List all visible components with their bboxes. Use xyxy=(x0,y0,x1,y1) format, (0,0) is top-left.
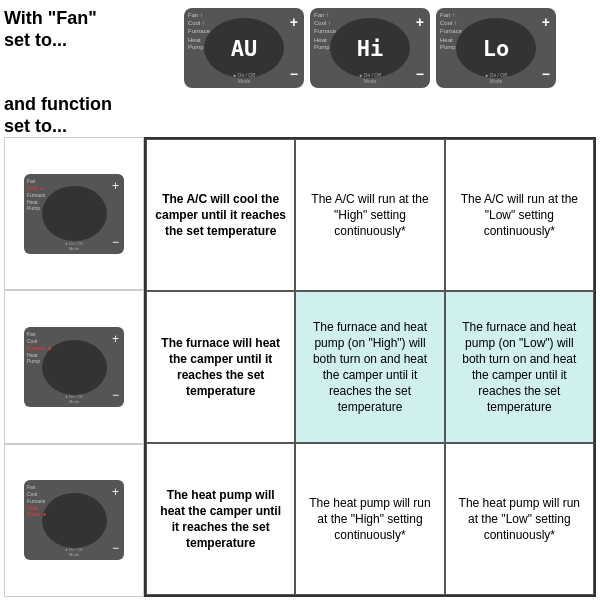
mini-hp-heatpump: HeatPump ◄ xyxy=(27,505,46,517)
mini-minus-cool[interactable]: − xyxy=(112,235,119,249)
thermostat-lo-minus[interactable]: − xyxy=(542,66,550,82)
mini-labels-heatpump: Fan Cool Furnace HeatPump ◄ xyxy=(27,484,46,517)
function-row: and function set to... xyxy=(0,92,600,137)
mini-hp-cool: HeatPump xyxy=(27,199,45,211)
page-container: With "Fan" set to... Fan ↑ Cool ↑ Furnac… xyxy=(0,0,600,601)
mini-plus-cool[interactable]: + xyxy=(112,179,119,193)
thermostat-lo: Fan ↑ Cool ↑ Furnace ↑ HeatPump ↑ Lo + −… xyxy=(436,8,556,88)
thermostat-hi-display: Hi xyxy=(357,36,384,61)
label-fan-hi: Fan ↑ xyxy=(314,12,341,19)
grid-cell-r2-c0: The heat pump will heat the camper until… xyxy=(146,443,295,595)
label-fan-lo: Fan ↑ xyxy=(440,12,467,19)
right-grid: The A/C will cool the camper until it re… xyxy=(144,137,596,597)
header-row: With "Fan" set to... Fan ↑ Cool ↑ Furnac… xyxy=(0,0,600,92)
thermostat-au-display: AU xyxy=(231,36,258,61)
mini-fan-furnace: Fan xyxy=(27,331,52,337)
mini-minus-furnace[interactable]: − xyxy=(112,388,119,402)
thermostat-lo-display: Lo xyxy=(483,36,510,61)
mini-inner-heatpump xyxy=(42,493,107,548)
label-fan: Fan ↑ xyxy=(188,12,215,19)
thermostat-lo-bottom: ● On / OffMode xyxy=(485,72,507,84)
header-title: With "Fan" set to... xyxy=(4,8,144,51)
mini-thermostat-cool: Fan Cool ◄ Furnace HeatPump + − ● On / O… xyxy=(24,174,124,254)
grid-cell-r2-c1: The heat pump will run at the "High" set… xyxy=(295,443,444,595)
function-title: and function set to... xyxy=(4,92,144,137)
thermostat-au-inner: AU xyxy=(204,18,284,78)
mini-furnace-cool: Furnace xyxy=(27,192,45,198)
thermostat-au-bottom: ● On / OffMode xyxy=(233,72,255,84)
thermostat-lo-plus[interactable]: + xyxy=(542,14,550,30)
label-cool: Cool ↑ xyxy=(188,20,215,27)
mini-furnace-heatpump: Furnace xyxy=(27,498,46,504)
thermostat-au: Fan ↑ Cool ↑ Furnace ↑ HeatPump ↑ AU + −… xyxy=(184,8,304,88)
mini-plus-heatpump[interactable]: + xyxy=(112,485,119,499)
mini-furnace-furnace: Furnace ◄ xyxy=(27,345,52,351)
mini-inner-cool xyxy=(42,186,107,241)
grid-cell-r0-c0: The A/C will cool the camper until it re… xyxy=(146,139,295,291)
mini-labels-cool: Fan Cool ◄ Furnace HeatPump xyxy=(27,178,45,211)
left-cell-cool: Fan Cool ◄ Furnace HeatPump + − ● On / O… xyxy=(4,137,144,290)
thermostat-hi-plus[interactable]: + xyxy=(416,14,424,30)
thermostat-au-minus[interactable]: − xyxy=(290,66,298,82)
left-column: Fan Cool ◄ Furnace HeatPump + − ● On / O… xyxy=(4,137,144,597)
thermostat-hi-inner: Hi xyxy=(330,18,410,78)
main-content: Fan Cool ◄ Furnace HeatPump + − ● On / O… xyxy=(0,137,600,601)
mini-bottom-furnace: ● On / OffMode xyxy=(65,394,82,404)
thermostat-au-plus[interactable]: + xyxy=(290,14,298,30)
thermostat-lo-inner: Lo xyxy=(456,18,536,78)
label-cool-lo: Cool ↑ xyxy=(440,20,467,27)
left-cell-heatpump: Fan Cool Furnace HeatPump ◄ + − ● On / O… xyxy=(4,444,144,597)
thermostat-hi-minus[interactable]: − xyxy=(416,66,424,82)
left-cell-furnace: Fan Cool Furnace ◄ HeatPump + − ● On / O… xyxy=(4,290,144,443)
mini-cool-heatpump: Cool xyxy=(27,491,46,497)
mini-thermostat-heatpump: Fan Cool Furnace HeatPump ◄ + − ● On / O… xyxy=(24,480,124,560)
grid-cell-r1-c1: The furnace and heat pump (on "High") wi… xyxy=(295,291,444,443)
grid-cell-r0-c1: The A/C will run at the "High" setting c… xyxy=(295,139,444,291)
thermostat-hi-bottom: ● On / OffMode xyxy=(359,72,381,84)
grid-cell-r2-c2: The heat pump will run at the "Low" sett… xyxy=(445,443,594,595)
mini-minus-heatpump[interactable]: − xyxy=(112,541,119,555)
grid-cell-r1-c2: The furnace and heat pump (on "Low") wil… xyxy=(445,291,594,443)
mini-labels-furnace: Fan Cool Furnace ◄ HeatPump xyxy=(27,331,52,364)
mini-hp-furnace: HeatPump xyxy=(27,352,52,364)
thermostat-hi: Fan ↑ Cool ↑ Furnace ↑ HeatPump ↑ Hi + −… xyxy=(310,8,430,88)
mini-cool-cool: Cool ◄ xyxy=(27,185,45,191)
label-cool-hi: Cool ↑ xyxy=(314,20,341,27)
mini-bottom-heatpump: ● On / OffMode xyxy=(65,547,82,557)
thermostat-displays: Fan ↑ Cool ↑ Furnace ↑ HeatPump ↑ AU + −… xyxy=(144,8,596,88)
mini-plus-furnace[interactable]: + xyxy=(112,332,119,346)
mini-fan-heatpump: Fan xyxy=(27,484,46,490)
mini-thermostat-furnace: Fan Cool Furnace ◄ HeatPump + − ● On / O… xyxy=(24,327,124,407)
mini-cool-furnace: Cool xyxy=(27,338,52,344)
mini-bottom-cool: ● On / OffMode xyxy=(65,241,82,251)
grid-cell-r1-c0: The furnace will heat the camper until i… xyxy=(146,291,295,443)
mini-fan-cool: Fan xyxy=(27,178,45,184)
grid-cell-r0-c2: The A/C will run at the "Low" setting co… xyxy=(445,139,594,291)
